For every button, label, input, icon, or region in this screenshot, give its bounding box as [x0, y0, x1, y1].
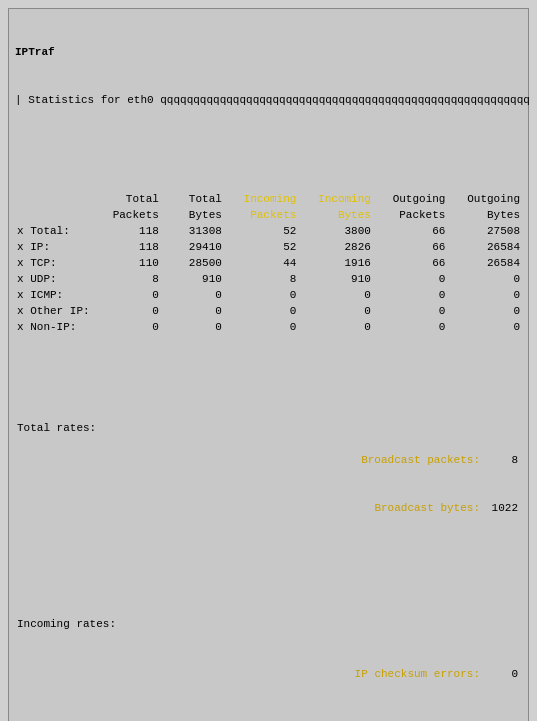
stats-row-cell: 0 — [373, 288, 448, 304]
header-outgoing-packets: Outgoing — [373, 192, 448, 208]
stats-row-cell: 0 — [95, 304, 161, 320]
stats-row-cell: 8 — [95, 272, 161, 288]
total-rates-label: Total rates: — [15, 421, 135, 437]
stats-row-label: x ICMP: — [15, 288, 95, 304]
figure1-title: IPTraf — [15, 45, 522, 61]
stats-row-cell: 8 — [224, 272, 299, 288]
header-outgoing-bytes: Outgoing — [447, 192, 522, 208]
stats-row-cell: 110 — [95, 256, 161, 272]
stats-row-cell: 66 — [373, 224, 448, 240]
stats-row-label: x Non-IP: — [15, 320, 95, 336]
stats-row-cell: 0 — [224, 288, 299, 304]
stats-row-cell: 0 — [95, 320, 161, 336]
stats-row-cell: 28500 — [161, 256, 224, 272]
stats-row-cell: 0 — [161, 304, 224, 320]
stats-row-cell: 26584 — [447, 256, 522, 272]
subheader-outgoing-packets: Packets — [373, 208, 448, 224]
subheader-total-packets: Packets — [95, 208, 161, 224]
stats-row-cell: 0 — [447, 272, 522, 288]
broadcast-packets-value: 8 — [488, 453, 518, 469]
subheader-total-bytes: Bytes — [161, 208, 224, 224]
stats-row-cell: 910 — [298, 272, 373, 288]
stats-row-label: x Total: — [15, 224, 95, 240]
stats-row-cell: 0 — [224, 320, 299, 336]
stats-row-cell: 52 — [224, 240, 299, 256]
stats-row-cell: 0 — [161, 320, 224, 336]
stats-row-cell: 52 — [224, 224, 299, 240]
stats-row-label: x UDP: — [15, 272, 95, 288]
stats-row-cell: 66 — [373, 240, 448, 256]
stats-row-cell: 44 — [224, 256, 299, 272]
broadcast-bytes-value: 1022 — [488, 501, 518, 517]
broadcast-bytes-label: Broadcast bytes: — [374, 501, 480, 517]
figure1-subtitle: | Statistics for eth0 qqqqqqqqqqqqqqqqqq… — [15, 93, 522, 109]
stats-row-cell: 27508 — [447, 224, 522, 240]
subheader-outgoing-bytes: Bytes — [447, 208, 522, 224]
header-incoming-packets: Incoming — [224, 192, 299, 208]
checksum-label: IP checksum errors: — [355, 667, 480, 683]
header-total-packets: Total — [95, 192, 161, 208]
stats-row-label: x IP: — [15, 240, 95, 256]
stats-row-cell: 118 — [95, 224, 161, 240]
stats-row-cell: 0 — [298, 288, 373, 304]
stats-row-cell: 118 — [95, 240, 161, 256]
header-total-bytes: Total — [161, 192, 224, 208]
stats-row-cell: 0 — [95, 288, 161, 304]
stats-row-cell: 0 — [447, 288, 522, 304]
stats-row-cell: 0 — [298, 304, 373, 320]
stats-row-cell: 31308 — [161, 224, 224, 240]
stats-table: Total Total Incoming Incoming Outgoing O… — [15, 192, 522, 335]
stats-row-label: x Other IP: — [15, 304, 95, 320]
subheader-incoming-packets: Packets — [224, 208, 299, 224]
broadcast-packets-label: Broadcast packets: — [361, 453, 480, 469]
stats-row-cell: 26584 — [447, 240, 522, 256]
stats-row-cell: 0 — [161, 288, 224, 304]
stats-row-cell: 0 — [373, 320, 448, 336]
stats-row-cell: 0 — [447, 304, 522, 320]
stats-row-label: x TCP: — [15, 256, 95, 272]
stats-row-cell: 1916 — [298, 256, 373, 272]
header-incoming-bytes: Incoming — [298, 192, 373, 208]
figure1-content: IPTraf | Statistics for eth0 qqqqqqqqqqq… — [15, 13, 522, 721]
stats-row-cell: 0 — [447, 320, 522, 336]
checksum-value: 0 — [488, 667, 518, 683]
figure1-terminal: IPTraf | Statistics for eth0 qqqqqqqqqqq… — [8, 8, 529, 721]
stats-row-cell: 0 — [373, 272, 448, 288]
stats-row-cell: 3800 — [298, 224, 373, 240]
stats-row-cell: 2826 — [298, 240, 373, 256]
stats-row-cell: 29410 — [161, 240, 224, 256]
subheader-incoming-bytes: Bytes — [298, 208, 373, 224]
stats-row-cell: 66 — [373, 256, 448, 272]
incoming-rates-label: Incoming rates: — [15, 617, 522, 633]
stats-row-cell: 0 — [224, 304, 299, 320]
stats-row-cell: 0 — [373, 304, 448, 320]
stats-row-cell: 910 — [161, 272, 224, 288]
stats-row-cell: 0 — [298, 320, 373, 336]
